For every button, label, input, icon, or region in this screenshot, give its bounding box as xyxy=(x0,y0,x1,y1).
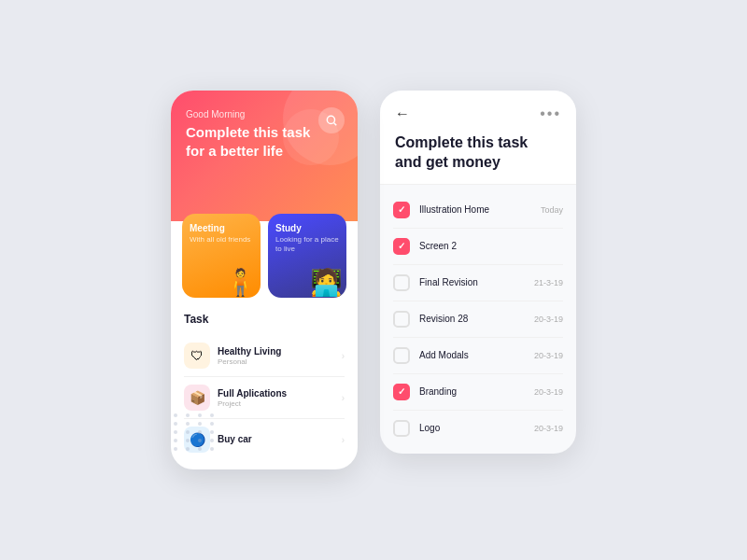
task-name-car: Buy car xyxy=(218,434,342,444)
task-row-1[interactable]: Screen 2 xyxy=(393,229,563,265)
task-row-3[interactable]: Revision 28 20-3-19 xyxy=(393,301,563,338)
task-row-date-6: 20-3-19 xyxy=(534,424,563,433)
meeting-card-title: Meeting xyxy=(190,223,253,233)
study-card-subtitle: Looking for a place to live xyxy=(275,235,339,255)
chevron-icon-car: › xyxy=(342,435,345,445)
right-screen-title: Complete this task and get money xyxy=(395,133,561,173)
task-row-name-0: Illustration Home xyxy=(419,204,541,215)
checkbox-6[interactable] xyxy=(393,420,410,437)
meeting-card-figure: 🧍 xyxy=(224,267,257,298)
back-button[interactable]: ← xyxy=(395,105,410,122)
checkbox-5[interactable] xyxy=(393,384,410,400)
right-header: ← ••• Complete this task and get money xyxy=(380,91,576,185)
task-cat-healthy: Personal xyxy=(218,357,342,366)
task-icon-applications: 📦 xyxy=(184,385,210,411)
task-row-5[interactable]: Branding 20-3-19 xyxy=(393,374,563,411)
task-name-applications: Full Aplications xyxy=(218,388,342,399)
task-row-name-6: Logo xyxy=(419,423,534,433)
task-cat-applications: Project xyxy=(218,399,342,408)
study-card[interactable]: Study Looking for a place to live 🧑‍💻 xyxy=(268,214,346,298)
task-row-4[interactable]: Add Modals 20-3-19 xyxy=(393,338,563,374)
task-info-car: Buy car xyxy=(218,434,342,445)
checkbox-4[interactable] xyxy=(393,347,410,364)
task-row-name-1: Screen 2 xyxy=(419,241,563,251)
dot-grid-decoration xyxy=(171,413,218,451)
checkbox-0[interactable] xyxy=(393,202,410,218)
right-screen: ← ••• Complete this task and get money I… xyxy=(380,91,576,454)
meeting-card-subtitle: With all old friends xyxy=(190,235,253,245)
task-info-applications: Full Aplications Project xyxy=(218,388,342,408)
task-section-label: Task xyxy=(184,313,345,326)
chevron-icon-applications: › xyxy=(342,393,345,403)
search-icon xyxy=(325,114,338,127)
task-row-date-3: 20-3-19 xyxy=(534,315,563,324)
task-row-date-5: 20-3-19 xyxy=(534,387,563,397)
task-list: Illustration Home Today Screen 2 Final R… xyxy=(380,185,576,454)
task-row-name-5: Branding xyxy=(419,386,534,397)
task-name-healthy: Healthy Living xyxy=(218,346,342,357)
task-row-name-4: Add Modals xyxy=(419,350,534,360)
task-row-date-0: Today xyxy=(541,205,563,215)
search-button[interactable] xyxy=(318,107,345,133)
screens-container: Good Morning Complete this task for a be… xyxy=(171,91,576,469)
task-row-name-2: Final Revision xyxy=(419,277,534,287)
svg-line-1 xyxy=(334,123,337,126)
study-card-figure: 🧑‍💻 xyxy=(310,267,343,298)
task-row-2[interactable]: Final Revision 21-3-19 xyxy=(393,265,563,301)
checkbox-3[interactable] xyxy=(393,311,410,328)
checkbox-2[interactable] xyxy=(393,274,410,291)
left-header: Good Morning Complete this task for a be… xyxy=(171,91,358,221)
more-button[interactable]: ••• xyxy=(540,105,561,122)
task-row-6[interactable]: Logo 20-3-19 xyxy=(393,411,563,446)
task-row-0[interactable]: Illustration Home Today xyxy=(393,192,563,229)
cards-row: Meeting With all old friends 🧍 Study Loo… xyxy=(171,203,358,298)
task-icon-healthy: 🛡 xyxy=(184,343,210,369)
task-row-name-3: Revision 28 xyxy=(419,314,534,324)
chevron-icon-healthy: › xyxy=(342,351,345,361)
task-row-date-2: 21-3-19 xyxy=(534,278,563,287)
right-nav: ← ••• xyxy=(395,105,561,122)
task-row-date-4: 20-3-19 xyxy=(534,351,563,360)
svg-point-0 xyxy=(327,116,334,123)
task-info-healthy: Healthy Living Personal xyxy=(218,346,342,366)
left-screen: Good Morning Complete this task for a be… xyxy=(171,91,358,469)
meeting-card[interactable]: Meeting With all old friends 🧍 xyxy=(182,214,261,298)
checkbox-1[interactable] xyxy=(393,238,410,255)
study-card-title: Study xyxy=(275,223,339,233)
task-item-healthy[interactable]: 🛡 Healthy Living Personal › xyxy=(184,335,345,377)
